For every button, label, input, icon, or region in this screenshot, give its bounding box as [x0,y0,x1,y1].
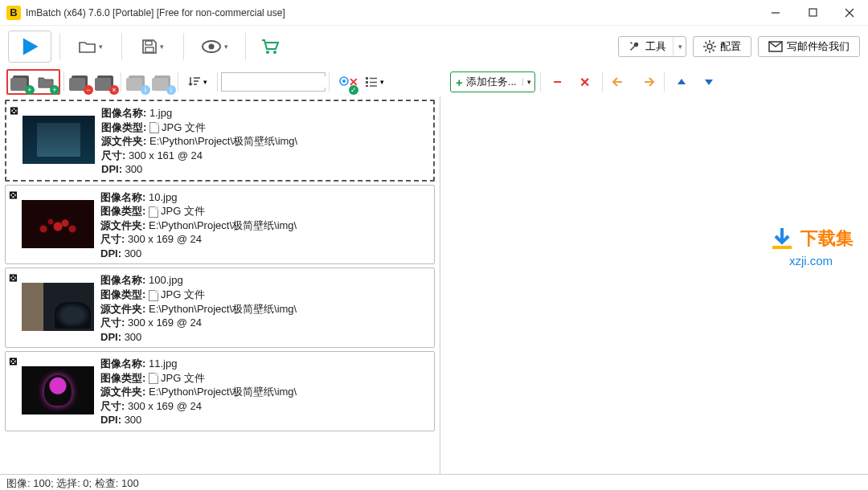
name-label: 图像名称: [100,274,145,286]
svg-marker-4 [23,39,39,55]
check-button-2[interactable]: i [150,71,174,93]
move-up-button[interactable] [669,71,694,93]
image-row[interactable]: ⊠图像名称: 1.jpg图像类型: JPG 文件源文件夹: E:\Python\… [5,100,435,182]
thumbnail [22,283,94,331]
info-badge-icon: i [166,85,176,95]
x-badge-icon: × [109,85,119,95]
thumbnail [22,366,94,414]
chevron-down-icon: ▾ [224,43,228,51]
separator [63,72,64,92]
check-button-1[interactable]: i [125,71,149,93]
svg-line-17 [713,50,714,51]
svg-point-11 [707,44,712,49]
checkbox-icon[interactable]: ⊠ [9,272,18,284]
window-title: ImBatch (x64) 7.6.0 [Portable] [Free for… [26,7,757,18]
separator [664,72,665,92]
add-images-button[interactable]: + [9,71,33,93]
image-type: JPG 文件 [161,372,205,384]
clear-tasks-button[interactable]: ✕ [573,71,597,93]
maximize-button[interactable] [794,0,831,26]
settings-check-button[interactable]: ✓ [333,71,357,93]
image-size: 300 x 169 @ 24 [128,233,202,245]
type-label: 图像类型: [100,288,145,300]
checkbox-icon[interactable]: ⊠ [9,189,18,201]
image-name: 10.jpg [149,191,177,203]
run-button[interactable] [8,31,51,63]
image-name: 100.jpg [149,274,183,286]
config-button[interactable]: 配置 [693,36,751,57]
config-label: 配置 [720,39,741,54]
separator [121,72,121,92]
close-button[interactable] [831,0,868,26]
chevron-down-icon: ▾ [203,78,207,86]
sort-dropdown[interactable]: ▾ [182,71,214,93]
chevron-down-icon: ▾ [160,43,164,51]
image-dpi: 300 [125,247,142,259]
remove-selected-button[interactable]: − [68,71,92,93]
email-us-button[interactable]: 写邮件给我们 [758,36,860,57]
svg-rect-23 [366,77,368,80]
move-down-button[interactable] [697,71,721,93]
image-list[interactable]: ⊠图像名称: 1.jpg图像类型: JPG 文件源文件夹: E:\Python\… [0,96,440,474]
status-counts: 图像: 100; 选择: 0; 检查: 100 [6,476,139,491]
file-icon [149,206,158,218]
remove-all-button[interactable]: × [93,71,117,93]
image-row[interactable]: ⊠图像名称: 100.jpg图像类型: JPG 文件源文件夹: E:\Pytho… [5,267,435,348]
image-dpi: 300 [125,331,142,343]
redo-button[interactable] [635,71,659,93]
tools-button[interactable]: 工具 ▾ [618,36,686,57]
separator [329,72,330,92]
size-label: 尺寸: [100,233,125,245]
file-icon [149,373,158,384]
wrench-icon [628,40,641,53]
checkbox-icon[interactable]: ⊠ [10,104,18,116]
cart-button[interactable] [254,31,286,63]
separator [183,33,184,60]
gear-icon [703,40,716,53]
image-folder: E:\Python\Project\极简壁纸\img\ [149,386,297,398]
type-label: 图像类型: [100,205,145,217]
svg-point-22 [342,80,346,83]
type-label: 图像类型: [100,372,145,384]
size-label: 尺寸: [100,400,125,412]
view-mode-dropdown[interactable]: ▾ [358,71,391,93]
separator [59,33,60,60]
name-label: 图像名称: [101,107,146,119]
svg-line-16 [705,42,706,43]
separator [245,33,246,60]
image-type: JPG 文件 [161,205,205,217]
svg-rect-1 [809,9,817,16]
chevron-down-icon: ▾ [673,37,682,56]
svg-point-10 [273,51,276,54]
thumbnail [22,200,94,248]
watermark-text-2: xzji.com [768,254,854,267]
image-info: 图像名称: 11.jpg图像类型: JPG 文件源文件夹: E:\Python\… [100,355,297,427]
dpi-label: DPI: [100,414,121,426]
svg-rect-5 [145,41,152,45]
image-info: 图像名称: 1.jpg图像类型: JPG 文件源文件夹: E:\Python\P… [101,104,297,177]
minimize-button[interactable] [757,0,794,26]
image-row[interactable]: ⊠图像名称: 10.jpg图像类型: JPG 文件源文件夹: E:\Python… [5,185,435,265]
save-dropdown[interactable]: ▾ [130,31,175,63]
task-panel: 下载集 xzji.com [440,96,868,474]
dpi-label: DPI: [100,331,121,343]
filter-input[interactable] [225,76,346,88]
download-icon [768,225,796,252]
checkbox-icon[interactable]: ⊠ [9,355,18,367]
image-row[interactable]: ⊠图像名称: 11.jpg图像类型: JPG 文件源文件夹: E:\Python… [5,351,435,431]
image-size: 300 x 169 @ 24 [128,400,202,412]
add-task-button[interactable]: + 添加任务... ▾ [450,71,535,92]
email-us-label: 写邮件给我们 [787,39,850,54]
image-type: JPG 文件 [161,288,205,300]
image-name: 1.jpg [149,107,172,119]
size-label: 尺寸: [101,149,125,161]
image-type: JPG 文件 [162,121,206,133]
add-task-label: 添加任务... [466,75,517,89]
plus-badge-icon: + [50,85,59,95]
undo-button[interactable] [608,71,632,93]
remove-task-button[interactable]: − [546,71,570,93]
folder-label: 源文件夹: [100,303,145,315]
add-folder-button[interactable]: + [34,71,58,93]
open-dropdown[interactable]: ▾ [68,31,113,63]
preview-dropdown[interactable]: ▾ [192,31,237,63]
